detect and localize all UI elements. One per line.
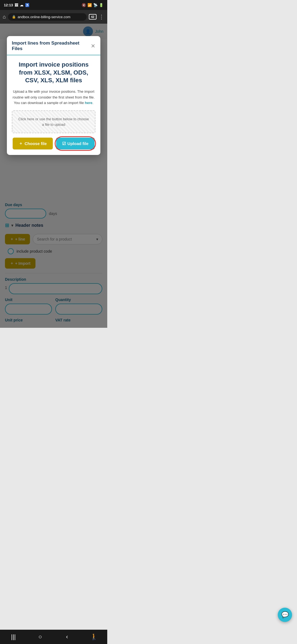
lock-icon: 🔒 bbox=[12, 15, 16, 19]
upload-file-button[interactable]: ☑ Upload file bbox=[56, 138, 95, 149]
file-drop-zone[interactable]: Click here or use the button below to ch… bbox=[12, 110, 95, 133]
modal-body: Import invoice positions from XLSX, XLSM… bbox=[7, 55, 100, 155]
accessibility-icon: ♿ bbox=[25, 3, 29, 7]
close-button[interactable]: ✕ bbox=[91, 43, 95, 49]
cloud-icon: ☁ bbox=[20, 3, 23, 7]
choose-file-button[interactable]: ＋ Choose file bbox=[13, 138, 53, 149]
more-options-icon[interactable]: ⋮ bbox=[99, 13, 105, 20]
plus-icon: ＋ bbox=[19, 141, 23, 146]
sample-file-link[interactable]: here bbox=[85, 101, 92, 105]
modal-header: Import lines from Spreadsheet Files ✕ bbox=[7, 36, 100, 55]
modal-overlay: Import lines from Spreadsheet Files ✕ Im… bbox=[0, 24, 107, 328]
tab-count[interactable]: 42 bbox=[89, 14, 97, 20]
modal-description: Upload a file with your invoice position… bbox=[12, 89, 95, 106]
modal-title: Import lines from Spreadsheet Files bbox=[12, 40, 91, 51]
modal-main-heading: Import invoice positions from XLSX, XLSM… bbox=[12, 61, 95, 84]
checkmark-icon: ☑ bbox=[62, 141, 66, 146]
signal-icon: 📡 bbox=[93, 3, 98, 7]
home-icon[interactable]: ⌂ bbox=[3, 14, 6, 20]
page-background: 👤 John Import lines from Spreadsheet Fil… bbox=[0, 24, 107, 328]
status-right: 🔇 📶 📡 🔋 bbox=[82, 3, 103, 7]
time-display: 12:13 bbox=[4, 3, 13, 7]
battery-icon: 🔋 bbox=[99, 3, 103, 7]
status-left: 12:13 🖼 ☁ ♿ bbox=[4, 3, 29, 7]
status-bar: 12:13 🖼 ☁ ♿ 🔇 📶 📡 🔋 bbox=[0, 0, 107, 10]
modal-buttons: ＋ Choose file ☑ Upload file ↑ bbox=[12, 138, 95, 149]
mute-icon: 🔇 bbox=[82, 3, 86, 7]
wifi-icon: 📶 bbox=[87, 3, 92, 7]
address-bar[interactable]: 🔒 andbox.online-billing-service.com bbox=[8, 13, 87, 21]
browser-chrome: ⌂ 🔒 andbox.online-billing-service.com 42… bbox=[0, 10, 107, 24]
arrow-indicator: ↑ bbox=[51, 154, 56, 155]
url-text: andbox.online-billing-service.com bbox=[18, 15, 70, 19]
photo-icon: 🖼 bbox=[15, 3, 18, 7]
import-modal: Import lines from Spreadsheet Files ✕ Im… bbox=[7, 36, 100, 155]
